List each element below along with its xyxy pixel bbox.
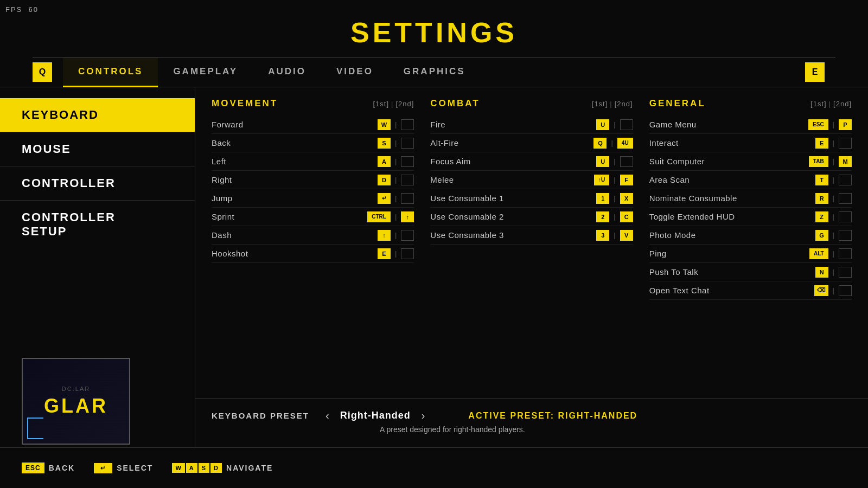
key-gamemenu-1[interactable]: ESC	[808, 119, 828, 130]
binding-jump: Jump ↵ |	[212, 189, 414, 208]
binding-push-to-talk: Push To Talk N |	[649, 263, 852, 281]
page-title: SETTINGS	[0, 0, 868, 57]
key-cons2-1[interactable]: 2	[596, 211, 609, 222]
key-dash-1[interactable]: ↑	[378, 230, 391, 241]
tab-gameplay[interactable]: GAMEPLAY	[158, 57, 253, 87]
binding-consumable3: Use Consumable 3 3 | V	[430, 226, 633, 245]
key-focusaim-1[interactable]: U	[596, 156, 609, 167]
hint-navigate: W A S D NAVIGATE	[172, 463, 273, 473]
key-dash-2[interactable]	[401, 230, 414, 241]
preset-next-button[interactable]: ›	[422, 409, 425, 422]
binding-dash: Dash ↑ |	[212, 226, 414, 245]
key-focusaim-2[interactable]	[620, 156, 633, 167]
key-cons3-2[interactable]: V	[620, 230, 633, 241]
key-suit-2[interactable]: M	[839, 156, 852, 167]
movement-col-headers: [1st] | [2nd]	[373, 100, 414, 108]
key-right-1[interactable]: D	[378, 175, 391, 185]
key-melee-1[interactable]: ↑U	[594, 175, 609, 185]
tab-controls[interactable]: CONTROLS	[63, 57, 158, 87]
movement-title: MOVEMENT	[212, 98, 278, 109]
binding-left: Left A |	[212, 152, 414, 171]
key-chat-2[interactable]	[839, 285, 852, 296]
key-fire-2[interactable]	[620, 119, 633, 130]
bindings-grid: MOVEMENT [1st] | [2nd] Forward W | Back …	[212, 98, 852, 300]
key-areascan-1[interactable]: T	[815, 175, 828, 185]
key-ping-2[interactable]	[839, 248, 852, 259]
key-hud-1[interactable]: Z	[815, 211, 828, 222]
key-nominate-1[interactable]: R	[815, 193, 828, 204]
key-altfire-1[interactable]: Q	[593, 138, 607, 149]
general-header: GENERAL [1st] | [2nd]	[649, 98, 852, 109]
key-photo-1[interactable]: G	[815, 230, 828, 241]
tab-audio[interactable]: AUDIO	[253, 57, 321, 87]
binding-melee: Melee ↑U | F	[430, 171, 633, 189]
key-cons3-1[interactable]: 3	[596, 230, 609, 241]
key-back-1[interactable]: S	[378, 138, 391, 149]
tab-graphics[interactable]: GRAPHICS	[388, 57, 481, 87]
game-preview-text: GLAR	[44, 395, 108, 418]
hint-navigate-label: NAVIGATE	[226, 464, 273, 472]
key-melee-2[interactable]: F	[620, 175, 633, 185]
binding-sprint: Sprint CTRL | ↑	[212, 208, 414, 226]
key-forward-1[interactable]: W	[378, 119, 391, 130]
key-gamemenu-2[interactable]: P	[839, 119, 852, 130]
game-preview: DC.LAR GLAR	[22, 358, 130, 445]
binding-consumable1: Use Consumable 1 1 | X	[430, 189, 633, 208]
key-back-2[interactable]	[401, 138, 414, 149]
binding-consumable2: Use Consumable 2 2 | C	[430, 208, 633, 226]
hint-select-label: SELECT	[117, 464, 153, 472]
bottom-bar: ESC BACK ↵ SELECT W A S D NAVIGATE	[0, 447, 868, 488]
key-ptt-1[interactable]: N	[815, 267, 828, 278]
tab-icon-q[interactable]: Q	[33, 62, 52, 82]
key-ptt-2[interactable]	[839, 267, 852, 278]
key-cons1-1[interactable]: 1	[596, 193, 609, 204]
binding-toggle-hud: Toggle Extended HUD Z |	[649, 208, 852, 226]
key-cons1-2[interactable]: X	[620, 193, 633, 204]
preset-description: A preset designed for right-handed playe…	[380, 425, 852, 434]
key-interact-1[interactable]: E	[815, 138, 828, 149]
key-hookshot-2[interactable]	[401, 248, 414, 259]
key-nominate-2[interactable]	[839, 193, 852, 204]
key-photo-2[interactable]	[839, 230, 852, 241]
binding-game-menu: Game Menu ESC | P	[649, 115, 852, 134]
preset-prev-button[interactable]: ‹	[326, 409, 329, 422]
key-areascan-2[interactable]	[839, 175, 852, 185]
key-left-2[interactable]	[401, 156, 414, 167]
key-fire-1[interactable]: U	[596, 119, 609, 130]
sidebar-item-controller[interactable]: CONTROLLER	[0, 166, 195, 201]
game-preview-sub: DC.LAR	[44, 386, 108, 392]
key-left-1[interactable]: A	[378, 156, 391, 167]
key-chat-1[interactable]: ⌫	[814, 285, 828, 296]
game-preview-border-decoration	[27, 418, 43, 439]
key-cons2-2[interactable]: C	[620, 211, 633, 222]
binding-hookshot: Hookshot E |	[212, 245, 414, 263]
key-interact-2[interactable]	[839, 138, 852, 149]
key-hud-2[interactable]	[839, 211, 852, 222]
key-forward-2[interactable]	[401, 119, 414, 130]
key-altfire-2[interactable]: 4U	[617, 138, 633, 149]
key-sprint-1[interactable]: CTRL	[367, 211, 391, 222]
general-section: GENERAL [1st] | [2nd] Game Menu ESC | P …	[649, 98, 852, 300]
binding-back: Back S |	[212, 134, 414, 152]
tab-icon-e[interactable]: E	[805, 62, 825, 82]
preset-section: KEYBOARD PRESET ‹ Right-Handed › ACTIVE …	[195, 398, 868, 445]
binding-photo-mode: Photo Mode G |	[649, 226, 852, 245]
key-esc[interactable]: ESC	[22, 463, 44, 473]
preset-value: Right-Handed	[340, 410, 411, 421]
tab-video[interactable]: VIDEO	[321, 57, 388, 87]
sidebar-item-mouse[interactable]: MOUSE	[0, 132, 195, 166]
binding-interact: Interact E |	[649, 134, 852, 152]
sidebar-item-controller-setup[interactable]: CONTROLLERSETUP	[0, 201, 195, 249]
sidebar-item-keyboard[interactable]: KEYBOARD	[0, 98, 195, 132]
preset-active-label: ACTIVE PRESET: RIGHT-HANDED	[468, 411, 637, 421]
key-hookshot-1[interactable]: E	[378, 248, 391, 259]
key-right-2[interactable]	[401, 175, 414, 185]
key-jump-2[interactable]	[401, 193, 414, 204]
hint-back-label: BACK	[49, 464, 75, 472]
key-enter[interactable]: ↵	[94, 463, 112, 473]
binding-area-scan: Area Scan T |	[649, 171, 852, 189]
key-suit-1[interactable]: TAB	[809, 156, 828, 167]
key-sprint-2[interactable]: ↑	[401, 211, 414, 222]
key-jump-1[interactable]: ↵	[378, 193, 391, 204]
key-ping-1[interactable]: ALT	[809, 248, 828, 259]
